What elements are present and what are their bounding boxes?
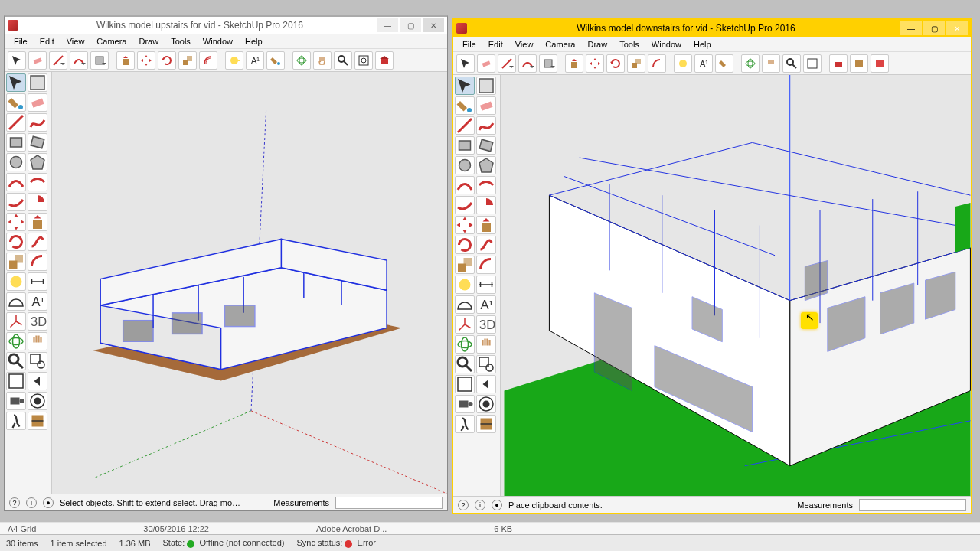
offset-icon[interactable] <box>28 253 47 271</box>
3dtext-icon[interactable]: 3D <box>28 312 47 331</box>
paint-bucket-icon[interactable] <box>455 96 475 115</box>
rotate-icon[interactable] <box>455 236 475 254</box>
dimension-icon[interactable] <box>476 276 496 294</box>
select-icon[interactable] <box>456 54 475 73</box>
scale-icon[interactable] <box>455 256 475 274</box>
orbit-icon[interactable] <box>292 51 311 70</box>
move-icon[interactable] <box>6 213 26 231</box>
menu-edit[interactable]: Edit <box>482 38 509 51</box>
tape-icon[interactable] <box>225 51 243 70</box>
line-icon[interactable] <box>498 54 516 73</box>
menu-view[interactable]: View <box>60 35 91 47</box>
tape-icon[interactable] <box>455 276 475 294</box>
orbit-icon[interactable] <box>741 54 760 73</box>
push-pull-icon[interactable] <box>476 216 496 234</box>
line-icon[interactable] <box>49 51 67 70</box>
section-icon[interactable] <box>28 412 47 430</box>
protractor-icon[interactable] <box>6 292 26 311</box>
text-icon[interactable]: A¹ <box>28 292 47 311</box>
zoom-extents-icon[interactable] <box>354 51 373 70</box>
close-button[interactable]: ✕ <box>423 18 444 32</box>
zoom-icon[interactable] <box>6 352 26 370</box>
polygon-icon[interactable] <box>28 153 47 171</box>
warehouse-icon[interactable] <box>375 51 394 70</box>
freehand-icon[interactable] <box>476 116 496 135</box>
axes-icon[interactable] <box>455 315 475 334</box>
follow-me-icon[interactable] <box>476 236 496 254</box>
select-icon[interactable] <box>6 73 26 92</box>
user-icon[interactable]: ● <box>43 497 54 508</box>
position-camera-icon[interactable] <box>6 392 26 410</box>
follow-me-icon[interactable] <box>28 233 47 251</box>
2pt-arc-icon[interactable] <box>28 173 47 191</box>
circle-icon[interactable] <box>6 153 26 171</box>
info-icon[interactable]: i <box>26 497 37 508</box>
menu-help[interactable]: Help <box>688 38 717 51</box>
minimize-button[interactable]: — <box>377 18 398 32</box>
freehand-icon[interactable] <box>28 113 47 132</box>
extension-icon[interactable] <box>850 54 868 73</box>
zoom-icon[interactable] <box>455 355 475 373</box>
pan-icon[interactable] <box>762 54 780 73</box>
zoom-extents-icon[interactable] <box>455 375 475 393</box>
menu-camera[interactable]: Camera <box>539 38 581 51</box>
rectangle-icon[interactable] <box>455 136 475 155</box>
arc-icon[interactable] <box>6 173 26 191</box>
shape-icon[interactable] <box>539 54 557 73</box>
zoom-icon[interactable] <box>782 54 801 73</box>
look-around-icon[interactable] <box>476 395 496 413</box>
offset-icon[interactable] <box>476 256 496 274</box>
2pt-arc-icon[interactable] <box>476 176 496 194</box>
make-component-icon[interactable] <box>476 77 496 95</box>
measurements-input[interactable] <box>859 499 966 511</box>
position-camera-icon[interactable] <box>455 395 475 413</box>
push-pull-icon[interactable] <box>116 51 135 70</box>
protractor-icon[interactable] <box>455 295 475 314</box>
minimize-button[interactable]: — <box>900 21 922 35</box>
axes-icon[interactable] <box>6 312 26 331</box>
zoom-window-icon[interactable] <box>476 355 496 373</box>
paint-icon[interactable] <box>715 54 733 73</box>
menu-camera[interactable]: Camera <box>90 35 132 47</box>
menu-tools[interactable]: Tools <box>613 38 645 51</box>
zoom-window-icon[interactable] <box>28 352 47 370</box>
geo-icon[interactable]: ? <box>9 497 20 508</box>
previous-icon[interactable] <box>28 372 47 390</box>
menu-file[interactable]: File <box>8 35 34 47</box>
text-icon[interactable]: A¹ <box>246 51 264 70</box>
select-icon[interactable] <box>8 51 26 70</box>
dimension-icon[interactable] <box>28 272 47 291</box>
measurements-input[interactable] <box>335 497 443 509</box>
polygon-icon[interactable] <box>476 156 496 174</box>
info-icon[interactable]: i <box>475 500 485 510</box>
arc-icon[interactable] <box>455 176 475 194</box>
make-component-icon[interactable] <box>28 73 47 92</box>
arc-icon[interactable] <box>70 51 88 70</box>
tape-icon[interactable] <box>6 272 26 291</box>
move-icon[interactable] <box>586 54 604 73</box>
viewport-downstairs[interactable] <box>501 75 971 496</box>
line-icon[interactable] <box>455 116 475 135</box>
move-icon[interactable] <box>455 216 475 234</box>
zoom-extents-icon[interactable] <box>803 54 822 73</box>
rotated-rect-icon[interactable] <box>28 133 47 152</box>
eraser-icon[interactable] <box>28 51 47 70</box>
circle-icon[interactable] <box>455 156 475 174</box>
titlebar[interactable]: Wilkins model downstairs for vid - Sketc… <box>453 20 971 37</box>
menu-window[interactable]: Window <box>645 38 688 51</box>
orbit-icon[interactable] <box>455 335 475 354</box>
scale-icon[interactable] <box>6 253 26 271</box>
warehouse-icon[interactable] <box>829 54 848 73</box>
menu-view[interactable]: View <box>509 38 540 51</box>
push-pull-icon[interactable] <box>28 213 47 231</box>
shape-icon[interactable] <box>90 51 109 70</box>
zoom-icon[interactable] <box>334 51 352 70</box>
arc-icon[interactable] <box>518 54 537 73</box>
move-icon[interactable] <box>137 51 155 70</box>
walk-icon[interactable] <box>6 412 26 430</box>
text-icon[interactable]: A¹ <box>476 295 496 314</box>
pie-icon[interactable] <box>28 193 47 211</box>
eraser-icon[interactable] <box>476 96 496 115</box>
offset-icon[interactable] <box>648 54 666 73</box>
text-icon[interactable]: A¹ <box>694 54 713 73</box>
